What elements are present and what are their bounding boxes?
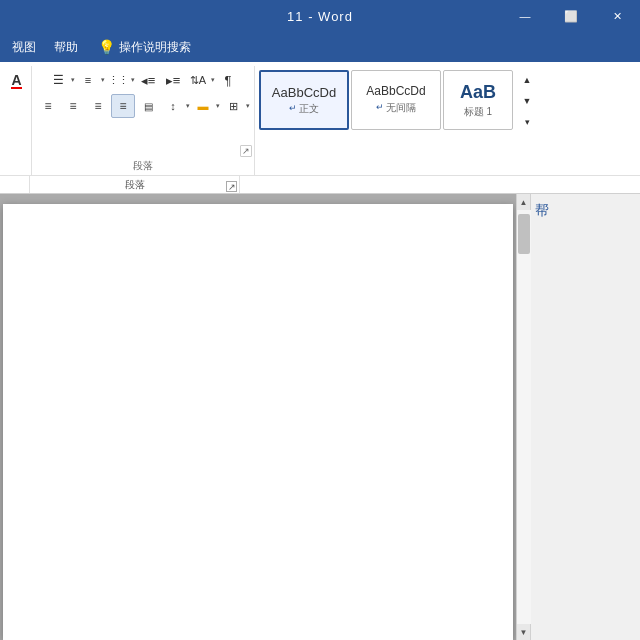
multilevel-list-button[interactable]: ⋮⋮ — [106, 68, 130, 92]
style-expand[interactable]: ▾ — [517, 112, 537, 132]
style-heading-preview: AaB — [460, 82, 496, 103]
style-normal-marker: ↵ — [289, 103, 297, 113]
paragraph-row-1: ☰ ▾ ≡ ▾ ⋮⋮ ▾ ◂≡ ▸≡ — [46, 68, 240, 92]
bullet-list-dropdown[interactable]: ▾ — [71, 76, 75, 84]
sort-button[interactable]: ⇅A — [186, 68, 210, 92]
bullet-list-icon: ☰ — [53, 73, 64, 87]
close-button[interactable]: ✕ — [594, 0, 640, 32]
align-right-button[interactable]: ≡ — [86, 94, 110, 118]
align-right-icon: ≡ — [94, 99, 101, 113]
ribbon: A ☰ ▾ ≡ ▾ ⋮⋮ ▾ — [0, 62, 640, 194]
right-panel: 帮 — [530, 194, 640, 640]
font-color-a-icon: A — [11, 73, 21, 89]
style-normal-preview: AaBbCcDd — [272, 85, 336, 100]
font-label-cell — [0, 176, 30, 193]
numbered-list-dropdown[interactable]: ▾ — [101, 76, 105, 84]
doc-scroll-area: ▲ ▼ — [0, 194, 530, 640]
styles-group: AaBbCcDd ↵ 正文 AaBbCcDd ↵ 无间隔 AaB 标题 1 — [255, 66, 541, 175]
pilcrow-icon: ¶ — [225, 73, 232, 88]
style-heading-label: 标题 1 — [464, 105, 492, 119]
align-center-button[interactable]: ≡ — [61, 94, 85, 118]
sort-dropdown[interactable]: ▾ — [211, 76, 215, 84]
doc-area: ▲ ▼ 帮 — [0, 194, 640, 640]
decrease-indent-icon: ◂≡ — [141, 73, 156, 88]
restore-button[interactable]: ⬜ — [548, 0, 594, 32]
menu-bar: 视图 帮助 💡 操作说明搜索 — [0, 32, 640, 62]
search-label: 操作说明搜索 — [119, 39, 191, 56]
scroll-track[interactable] — [517, 210, 531, 624]
align-center-icon: ≡ — [69, 99, 76, 113]
numbered-list-icon: ≡ — [85, 74, 91, 86]
menu-search[interactable]: 💡 操作说明搜索 — [92, 37, 197, 58]
bullet-list-button[interactable]: ☰ — [46, 68, 70, 92]
title-bar: 11 - Word — ⬜ ✕ — [0, 0, 640, 32]
style-card-normal[interactable]: AaBbCcDd ↵ 正文 — [259, 70, 349, 130]
style-scroll-down[interactable]: ▼ — [517, 91, 537, 111]
increase-indent-icon: ▸≡ — [166, 73, 181, 88]
style-card-no-spacing[interactable]: AaBbCcDd ↵ 无间隔 — [351, 70, 441, 130]
style-nospacing-preview: AaBbCcDd — [366, 85, 425, 98]
decrease-indent-button[interactable]: ◂≡ — [136, 68, 160, 92]
doc-scroll[interactable] — [0, 194, 516, 640]
style-scroll-up[interactable]: ▲ — [517, 70, 537, 90]
justify-button[interactable]: ≡ — [111, 94, 135, 118]
style-nospacing-marker: ↵ — [376, 102, 384, 112]
window-controls: — ⬜ ✕ — [502, 0, 640, 32]
line-spacing-icon: ↕ — [170, 100, 176, 112]
paragraph-group: ☰ ▾ ≡ ▾ ⋮⋮ ▾ ◂≡ ▸≡ — [32, 66, 255, 175]
style-gallery-scroll: ▲ ▼ ▾ — [517, 70, 537, 132]
doc-page[interactable] — [3, 204, 513, 640]
sort-icon: ⇅A — [190, 74, 206, 87]
column-layout-icon: ▤ — [144, 101, 153, 112]
numbered-list-button[interactable]: ≡ — [76, 68, 100, 92]
lightbulb-icon: 💡 — [98, 39, 115, 55]
vertical-scrollbar[interactable]: ▲ ▼ — [516, 194, 530, 640]
font-color-button[interactable]: A — [6, 72, 28, 90]
line-spacing-dropdown[interactable]: ▾ — [186, 102, 190, 110]
paragraph-dialog-launcher[interactable]: ↗ — [226, 181, 237, 192]
window-title: 11 - Word — [287, 9, 353, 24]
borders-dropdown[interactable]: ▾ — [246, 102, 250, 110]
increase-indent-button[interactable]: ▸≡ — [161, 68, 185, 92]
style-card-heading1[interactable]: AaB 标题 1 — [443, 70, 513, 130]
paragraph-row-2: ≡ ≡ ≡ ≡ ▤ ↕ — [36, 94, 250, 118]
menu-view[interactable]: 视图 — [4, 35, 44, 60]
minimize-button[interactable]: — — [502, 0, 548, 32]
shading-icon: ▬ — [198, 100, 209, 112]
multilevel-list-icon: ⋮⋮ — [108, 74, 128, 87]
justify-icon: ≡ — [119, 99, 126, 113]
line-spacing-button[interactable]: ↕ — [161, 94, 185, 118]
ribbon-content: A ☰ ▾ ≡ ▾ ⋮⋮ ▾ — [0, 62, 640, 175]
borders-button[interactable]: ⊞ — [221, 94, 245, 118]
align-left-icon: ≡ — [44, 99, 51, 113]
scroll-down-button[interactable]: ▼ — [517, 624, 531, 640]
paragraph-group-label: 段落 — [32, 159, 254, 173]
paragraph-label: 段落 — [125, 178, 145, 192]
group-label-bar: 段落 ↗ — [0, 175, 640, 193]
column-layout-button[interactable]: ▤ — [136, 94, 160, 118]
style-normal-label: 正文 — [299, 102, 319, 116]
font-color-group: A — [2, 66, 32, 175]
menu-help[interactable]: 帮助 — [46, 35, 86, 60]
shading-button[interactable]: ▬ — [191, 94, 215, 118]
show-formatting-button[interactable]: ¶ — [216, 68, 240, 92]
scroll-up-button[interactable]: ▲ — [517, 194, 531, 210]
borders-icon: ⊞ — [229, 100, 238, 113]
multilevel-list-dropdown[interactable]: ▾ — [131, 76, 135, 84]
paragraph-label-cell: 段落 ↗ — [30, 176, 240, 193]
paragraph-expand-icon[interactable]: ↗ — [240, 145, 252, 157]
style-nospacing-label: 无间隔 — [386, 101, 416, 115]
scroll-thumb[interactable] — [518, 214, 530, 254]
right-panel-label: 帮 — [535, 202, 549, 218]
shading-dropdown[interactable]: ▾ — [216, 102, 220, 110]
align-left-button[interactable]: ≡ — [36, 94, 60, 118]
